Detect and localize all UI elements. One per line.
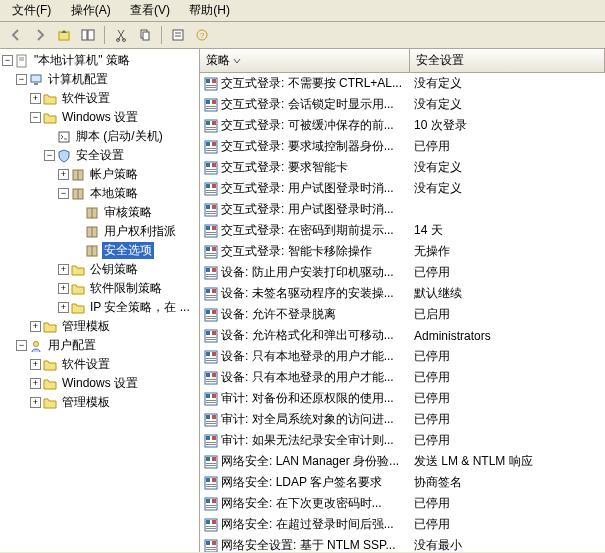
- up-icon[interactable]: [54, 25, 74, 45]
- tree-node-admin2[interactable]: +管理模板: [2, 393, 197, 412]
- policy-row[interactable]: 交互式登录: 要求智能卡没有定义: [200, 157, 605, 178]
- tree-node-script[interactable]: 脚本 (启动/关机): [2, 127, 197, 146]
- tree-node-account[interactable]: +帐户策略: [2, 165, 197, 184]
- policy-row[interactable]: 审计: 对全局系统对象的访问进...已停用: [200, 409, 605, 430]
- tree-node-swrest[interactable]: +软件限制策略: [2, 279, 197, 298]
- expander-icon[interactable]: +: [58, 264, 69, 275]
- svg-rect-110: [206, 415, 210, 419]
- policy-setting-cell: [410, 209, 605, 211]
- policy-row[interactable]: 审计: 对备份和还原权限的使用...已停用: [200, 388, 605, 409]
- svg-rect-100: [206, 373, 210, 377]
- svg-rect-38: [206, 108, 216, 109]
- svg-rect-17: [59, 132, 69, 142]
- svg-rect-67: [206, 232, 216, 233]
- tree-node-pubkey[interactable]: +公钥策略: [2, 260, 197, 279]
- policy-row[interactable]: 交互式登录: 可被缓冲保存的前...10 次登录: [200, 115, 605, 136]
- expander-icon[interactable]: +: [30, 359, 41, 370]
- tree-node-rights[interactable]: 用户权利指派: [2, 222, 197, 241]
- show-hide-icon[interactable]: [78, 25, 98, 45]
- back-icon[interactable]: [6, 25, 26, 45]
- svg-rect-133: [206, 507, 216, 508]
- expander-icon[interactable]: +: [58, 302, 69, 313]
- policy-row[interactable]: 交互式登录: 不需要按 CTRL+AL...没有定义: [200, 73, 605, 94]
- policy-row[interactable]: 网络安全: LAN Manager 身份验...发送 LM & NTLM 响应: [200, 451, 605, 472]
- menu-file[interactable]: 文件(F): [4, 1, 59, 19]
- policy-name-cell: 设备: 防止用户安装打印机驱动...: [200, 263, 410, 282]
- policy-row[interactable]: 设备: 防止用户安装打印机驱动...已停用: [200, 262, 605, 283]
- expander-icon[interactable]: −: [2, 55, 13, 66]
- svg-rect-53: [206, 171, 216, 172]
- cut-icon[interactable]: [111, 25, 131, 45]
- tree-label: 管理模板: [60, 318, 112, 335]
- expander-icon[interactable]: +: [30, 93, 41, 104]
- tree-node-root[interactable]: −"本地计算机" 策略: [2, 51, 197, 70]
- tree-node-audit[interactable]: 审核策略: [2, 203, 197, 222]
- tree-node-local[interactable]: −本地策略: [2, 184, 197, 203]
- policy-row[interactable]: 交互式登录: 要求域控制器身份...已停用: [200, 136, 605, 157]
- tree-node-win1[interactable]: −Windows 设置: [2, 108, 197, 127]
- expander-icon[interactable]: +: [58, 283, 69, 294]
- menu-help[interactable]: 帮助(H): [181, 1, 238, 19]
- policy-row[interactable]: 设备: 允许不登录脱离已启用: [200, 304, 605, 325]
- policy-name-cell: 交互式登录: 用户试图登录时消...: [200, 179, 410, 198]
- expander-icon[interactable]: +: [30, 378, 41, 389]
- policy-row[interactable]: 交互式登录: 用户试图登录时消...: [200, 199, 605, 220]
- policy-row[interactable]: 设备: 未签名驱动程序的安装操...默认继续: [200, 283, 605, 304]
- expander-icon[interactable]: +: [58, 169, 69, 180]
- policy-row[interactable]: 交互式登录: 智能卡移除操作无操作: [200, 241, 605, 262]
- policy-row[interactable]: 交互式登录: 用户试图登录时消...没有定义: [200, 178, 605, 199]
- expander-icon[interactable]: −: [58, 188, 69, 199]
- policy-row[interactable]: 交互式登录: 在密码到期前提示...14 天: [200, 220, 605, 241]
- tree-node-computer[interactable]: −计算机配置: [2, 70, 197, 89]
- help-icon[interactable]: ?: [192, 25, 212, 45]
- tree-node-admin1[interactable]: +管理模板: [2, 317, 197, 336]
- expander-icon[interactable]: +: [30, 397, 41, 408]
- header-policy[interactable]: 策略: [200, 49, 410, 72]
- policy-row[interactable]: 交互式登录: 会话锁定时显示用...没有定义: [200, 94, 605, 115]
- policy-row[interactable]: 设备: 只有本地登录的用户才能...已停用: [200, 367, 605, 388]
- menu-action[interactable]: 操作(A): [63, 1, 119, 19]
- tree-label: 软件设置: [60, 356, 112, 373]
- expander-icon[interactable]: −: [30, 112, 41, 123]
- header-setting[interactable]: 安全设置: [410, 49, 605, 72]
- svg-rect-0: [59, 32, 69, 40]
- policy-name-cell: 设备: 只有本地登录的用户才能...: [200, 368, 410, 387]
- svg-rect-2: [88, 30, 94, 40]
- expander-icon[interactable]: −: [16, 74, 27, 85]
- tree-pane[interactable]: −"本地计算机" 策略−计算机配置+软件设置−Windows 设置脚本 (启动/…: [0, 49, 200, 552]
- svg-rect-72: [206, 253, 216, 254]
- policy-name-cell: 审计: 对备份和还原权限的使用...: [200, 389, 410, 408]
- tree-node-win2[interactable]: +Windows 设置: [2, 374, 197, 393]
- properties-icon[interactable]: [168, 25, 188, 45]
- policy-setting-cell: 没有定义: [410, 95, 605, 114]
- policy-setting-cell: 没有定义: [410, 179, 605, 198]
- tree-node-options[interactable]: 安全选项: [2, 241, 197, 260]
- policy-setting-cell: 已停用: [410, 368, 605, 387]
- policy-row[interactable]: 网络安全: 在下次更改密码时...已停用: [200, 493, 605, 514]
- policy-row[interactable]: 设备: 允许格式化和弹出可移动...Administrators: [200, 325, 605, 346]
- policy-name-cell: 设备: 未签名驱动程序的安装操...: [200, 284, 410, 303]
- tree-node-security[interactable]: −安全设置: [2, 146, 197, 165]
- menu-view[interactable]: 查看(V): [122, 1, 178, 19]
- policy-row[interactable]: 设备: 只有本地登录的用户才能...已停用: [200, 346, 605, 367]
- svg-rect-118: [206, 444, 216, 445]
- expander-icon[interactable]: +: [30, 321, 41, 332]
- svg-rect-47: [206, 148, 216, 149]
- policy-name-cell: 交互式登录: 要求域控制器身份...: [200, 137, 410, 156]
- expander-icon[interactable]: −: [16, 340, 27, 351]
- svg-rect-132: [206, 505, 216, 506]
- svg-rect-66: [212, 226, 216, 230]
- tree-node-sw2[interactable]: +软件设置: [2, 355, 197, 374]
- policy-row[interactable]: 网络安全设置: 基于 NTLM SSP...没有最小: [200, 535, 605, 552]
- tree-node-sw1[interactable]: +软件设置: [2, 89, 197, 108]
- policy-row[interactable]: 审计: 如果无法纪录安全审计则...已停用: [200, 430, 605, 451]
- policy-row[interactable]: 网络安全: 在超过登录时间后强...已停用: [200, 514, 605, 535]
- policy-setting-cell: 协商签名: [410, 473, 605, 492]
- tree-node-user[interactable]: −用户配置: [2, 336, 197, 355]
- svg-rect-87: [206, 316, 216, 317]
- forward-icon[interactable]: [30, 25, 50, 45]
- expander-icon[interactable]: −: [44, 150, 55, 161]
- policy-row[interactable]: 网络安全: LDAP 客户签名要求协商签名: [200, 472, 605, 493]
- tree-node-ipsec[interactable]: +IP 安全策略，在 ...: [2, 298, 197, 317]
- copy-icon[interactable]: [135, 25, 155, 45]
